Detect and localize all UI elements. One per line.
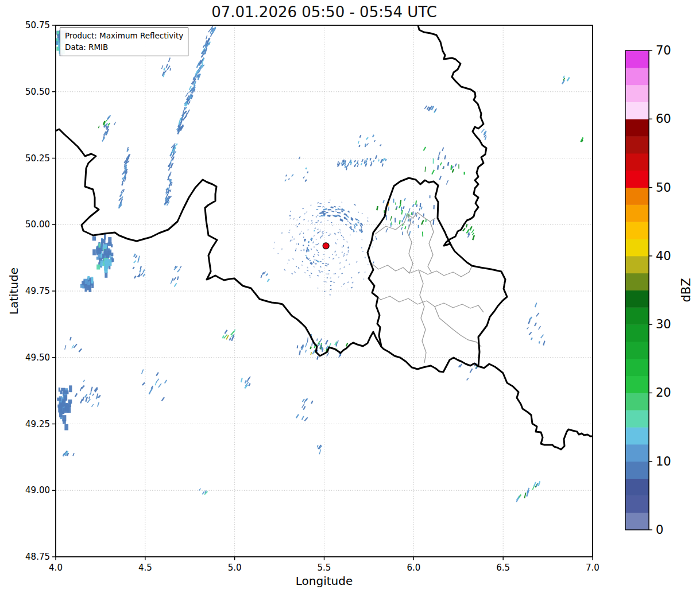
echo-cluster xyxy=(481,129,486,140)
echo-cluster xyxy=(80,276,94,292)
x-tick-label: 6.0 xyxy=(407,563,420,573)
x-tick-label: 6.5 xyxy=(496,563,510,573)
echo-cluster xyxy=(358,135,381,147)
echo-cluster xyxy=(63,451,74,456)
y-tick-label: 49.75 xyxy=(25,286,50,296)
echo-cluster xyxy=(463,224,474,240)
echo-cluster xyxy=(171,266,181,286)
grid-lines xyxy=(56,25,593,557)
echo-cluster xyxy=(261,272,269,282)
y-tick-label: 49.50 xyxy=(25,352,50,363)
echo-cluster xyxy=(424,106,436,113)
echo-cluster xyxy=(562,76,570,84)
x-tick-label: 5.5 xyxy=(318,563,331,573)
x-tick-label: 5.0 xyxy=(228,563,242,573)
echo-cluster xyxy=(297,334,347,359)
luxembourg-canton-borders xyxy=(370,212,484,363)
x-tick-label: 7.0 xyxy=(586,563,600,573)
echo-cluster xyxy=(423,147,464,184)
y-tick-label: 48.75 xyxy=(25,552,50,562)
border-france_germany xyxy=(478,364,593,449)
echo-cluster xyxy=(170,92,193,156)
echo-cluster xyxy=(223,329,235,341)
echo-cluster xyxy=(318,445,322,454)
y-tick-label: 50.50 xyxy=(25,87,50,97)
x-axis-label: Longitude xyxy=(56,574,593,588)
echo-cluster xyxy=(57,385,72,430)
product-info-source: Data: RMIB xyxy=(65,41,183,53)
echo-cluster xyxy=(161,57,171,77)
radar-station-marker xyxy=(323,243,329,249)
echo-cluster xyxy=(527,303,545,345)
radar-echo-layer xyxy=(55,25,593,502)
y-tick-label: 50.25 xyxy=(25,153,50,164)
axis-ticks: 4.04.55.05.56.06.57.050.7550.5050.2550.0… xyxy=(25,20,600,573)
y-tick-label: 49.25 xyxy=(25,419,50,429)
echo-cluster xyxy=(296,398,313,421)
product-info-box: Product: Maximum Reflectivity Data: RMIB xyxy=(60,28,188,56)
echo-cluster xyxy=(102,115,110,142)
echo-cluster xyxy=(338,156,386,170)
echo-cluster xyxy=(581,137,583,142)
border-belgium_germany xyxy=(418,25,486,246)
echo-cluster xyxy=(65,337,82,352)
figure-title: 07.01.2026 05:50 - 05:54 UTC xyxy=(56,3,593,21)
x-tick-label: 4.5 xyxy=(138,563,152,573)
echo-cluster xyxy=(165,154,175,206)
y-axis-label: Latitude xyxy=(7,257,21,325)
map-plot: 4.04.55.05.56.06.57.050.7550.5050.2550.0… xyxy=(0,0,700,597)
y-tick-label: 49.00 xyxy=(25,485,50,495)
y-tick-label: 50.75 xyxy=(25,20,50,30)
x-tick-label: 4.0 xyxy=(49,563,63,573)
echo-cluster xyxy=(75,380,100,407)
product-info-product: Product: Maximum Reflectivity xyxy=(65,30,183,41)
echo-cluster xyxy=(316,207,363,233)
y-tick-label: 50.00 xyxy=(25,219,50,230)
echo-cluster xyxy=(189,26,215,93)
echo-cluster xyxy=(285,157,308,181)
map-canvas: 4.04.55.05.56.06.57.050.7550.5050.2550.0… xyxy=(25,20,600,573)
echo-cluster xyxy=(92,233,114,277)
radar-figure: 4.04.55.05.56.06.57.050.7550.5050.2550.0… xyxy=(0,0,700,597)
echo-cluster xyxy=(118,147,130,208)
echo-cluster xyxy=(199,489,207,495)
echo-cluster xyxy=(516,481,540,502)
echo-cluster xyxy=(303,230,319,265)
echo-cluster xyxy=(241,377,250,388)
echo-cluster xyxy=(133,254,145,278)
